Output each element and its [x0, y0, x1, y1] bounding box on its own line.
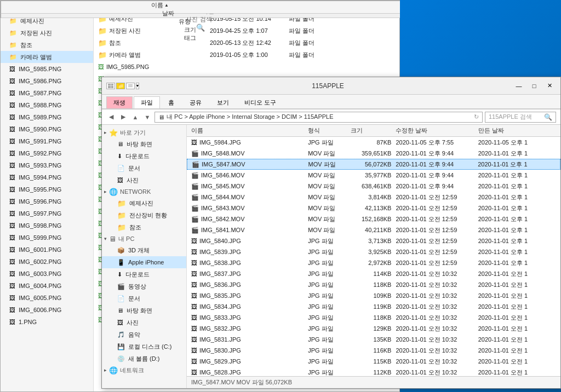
list-icon[interactable]	[126, 83, 135, 89]
bg-sidebar-png-item[interactable]: 🖼IMG_5999.PNG	[1, 232, 93, 244]
table-row[interactable]: 🎬IMG_5846.MOV MOV 파일 35,977KB 2020-11-01…	[187, 170, 560, 181]
sidebar-item-music[interactable]: 🎵 음악	[102, 328, 186, 341]
col-type-header[interactable]: 형식	[306, 126, 348, 135]
bg-sidebar-item[interactable]: 📁카메라 앨범	[1, 51, 93, 63]
table-row[interactable]: 🖼IMG_5835.JPG JPG 파일 109KB 2020-11-01 오전…	[187, 290, 560, 301]
sidebar-item-desktop[interactable]: 🖥 바탕 화면	[102, 138, 186, 150]
col-name-header[interactable]: 이름	[189, 126, 306, 135]
back-button[interactable]: ◀	[106, 112, 116, 122]
sidebar-item-desktop2[interactable]: 🖥 바탕 화면	[102, 304, 186, 316]
bg-sidebar-png-item[interactable]: 🖼IMG_6001.PNG	[1, 244, 93, 256]
bg-sidebar-png-item[interactable]: 🖼IMG_5989.PNG	[1, 111, 93, 123]
sidebar-item-downloads[interactable]: ⬇ 다운로드	[102, 268, 186, 280]
table-row[interactable]: 🖼IMG_5839.JPG JPG 파일 3,925KB 2020-11-01 …	[187, 246, 560, 257]
col-cdate-header[interactable]: 만든 날짜	[476, 126, 558, 135]
table-row[interactable]: 🖼IMG_5984.JPG JPG 파일 87KB 2020-11-05 오후 …	[187, 137, 560, 148]
bg-col-name-header[interactable]: 이름 ▲	[151, 1, 250, 9]
tab-play[interactable]: 재생	[106, 96, 133, 108]
folder-btn-icon[interactable]: 📁	[116, 83, 125, 89]
sidebar-item-picture[interactable]: 🖼 사진	[102, 174, 186, 186]
sidebar-item-equipment[interactable]: 📁 전산장비 현황	[102, 209, 186, 221]
bg-sidebar-png-item[interactable]: 🖼IMG_6006.PNG	[1, 304, 93, 316]
bg-sidebar-png-item[interactable]: 🖼IMG_5990.PNG	[1, 123, 93, 135]
bg-sidebar-png-item[interactable]: 🖼IMG_5995.PNG	[1, 183, 93, 195]
table-row[interactable]: 🖼IMG_5840.JPG JPG 파일 3,713KB 2020-11-01 …	[187, 235, 560, 246]
bg-sidebar-item[interactable]: 📁저장된 사진	[1, 27, 93, 39]
table-row[interactable]: 🖼IMG_5829.JPG JPG 파일 115KB 2020-11-01 오전…	[187, 356, 560, 367]
sidebar-item-localdisk[interactable]: 💾 로컬 디스크 (C:)	[102, 341, 186, 353]
tab-view[interactable]: 보기	[210, 96, 236, 108]
up-button[interactable]: ▲	[130, 112, 140, 122]
bg-sidebar-png-item[interactable]: 🖼IMG_5992.PNG	[1, 147, 93, 159]
bg-sidebar-png-item[interactable]: 🖼IMG_5985.PNG	[1, 63, 93, 75]
table-row[interactable]: 🎬IMG_5848.MOV MOV 파일 359,651KB 2020-11-0…	[187, 148, 560, 159]
sidebar-item-download[interactable]: ⬇ 다운로드	[102, 150, 186, 162]
sidebar-item-document[interactable]: 📄 문서	[102, 162, 186, 174]
bg-sidebar-png-item[interactable]: 🖼IMG_6003.PNG	[1, 268, 93, 280]
search-icon[interactable]: 🔍	[544, 113, 552, 121]
bg-sidebar-png-item[interactable]: 🖼IMG_5996.PNG	[1, 195, 93, 207]
table-row[interactable]: 🖼IMG_5831.JPG JPG 파일 135KB 2020-11-01 오전…	[187, 334, 560, 345]
recent-button[interactable]: ▼	[142, 112, 152, 122]
bg-col-tag-header[interactable]: 태그	[184, 34, 217, 42]
sidebar-network-header[interactable]: ▸ 🌐 NETWORK	[102, 186, 186, 197]
sidebar-item-video[interactable]: 🎬 동영상	[102, 280, 186, 292]
minimize-button[interactable]: —	[512, 79, 525, 93]
sidebar-item-newvolume[interactable]: 💿 새 볼륨 (D:)	[102, 353, 186, 365]
table-row[interactable]: 🖼IMG_5830.JPG JPG 파일 116KB 2020-11-01 오전…	[187, 345, 560, 356]
view-icon1[interactable]	[106, 83, 115, 89]
bg-sidebar-png-item[interactable]: 🖼IMG_5998.PNG	[1, 220, 93, 232]
bg-col-type-header[interactable]: 유형	[179, 18, 222, 26]
table-row[interactable]: 🖼IMG_5836.JPG JPG 파일 118KB 2020-11-01 오전…	[187, 279, 560, 290]
tab-share[interactable]: 공유	[182, 96, 209, 108]
table-row[interactable]: 🎬IMG_5843.MOV MOV 파일 42,113KB 2020-11-01…	[187, 203, 560, 214]
col-size-header[interactable]: 크기	[348, 126, 394, 135]
dropdown-icon[interactable]: ▼	[136, 83, 139, 89]
sidebar-network-group-header[interactable]: ▸ 🌐 네트워크	[102, 365, 186, 376]
bg-file-row[interactable]: 📁 카메라 앨범 2019-01-05 오후 1:00 파일 폴더	[94, 49, 399, 61]
table-row[interactable]: 🖼IMG_5837.JPG JPG 파일 114KB 2020-11-01 오전…	[187, 268, 560, 279]
bg-sidebar-item[interactable]: 📁참조	[1, 39, 93, 51]
col-mdate-header[interactable]: 수정한 날짜	[393, 126, 476, 135]
table-row[interactable]: 🎬IMG_5844.MOV MOV 파일 3,814KB 2020-11-01 …	[187, 192, 560, 203]
table-row[interactable]: 🖼IMG_5834.JPG JPG 파일 119KB 2020-11-01 오전…	[187, 301, 560, 312]
bg-sidebar-png-item[interactable]: 🖼IMG_5991.PNG	[1, 135, 93, 147]
bg-file-row[interactable]: 📁 저장된 사진 2019-04-25 오후 1:07 파일 폴더	[94, 25, 399, 37]
close-button[interactable]: ✕	[543, 79, 556, 93]
table-row[interactable]: 🎬IMG_5842.MOV MOV 파일 152,168KB 2020-11-0…	[187, 214, 560, 224]
bg-col-date-header[interactable]: 날짜	[162, 9, 239, 18]
table-row[interactable]: 🎬IMG_5841.MOV MOV 파일 40,211KB 2020-11-01…	[187, 224, 560, 235]
sidebar-item-3d[interactable]: 📦 3D 개체	[102, 244, 186, 256]
bg-sidebar-png-item[interactable]: 🖼IMG_5987.PNG	[1, 87, 93, 99]
bg-sidebar-png-item[interactable]: 🖼IMG_6002.PNG	[1, 256, 93, 268]
sidebar-item-examplephotos[interactable]: 📁 예제사진	[102, 197, 186, 209]
tab-file[interactable]: 파일	[134, 96, 160, 108]
table-row[interactable]: 🖼IMG_5833.JPG JPG 파일 118KB 2020-11-01 오전…	[187, 312, 560, 323]
table-row[interactable]: 🖼IMG_5832.JPG JPG 파일 129KB 2020-11-01 오전…	[187, 323, 560, 334]
tab-home[interactable]: 홈	[161, 96, 181, 108]
bg-sidebar-png-item[interactable]: 🖼1.PNG	[1, 316, 93, 328]
refresh-icon[interactable]: ↻	[474, 113, 479, 120]
bg-sidebar-png-item[interactable]: 🖼IMG_5988.PNG	[1, 99, 93, 111]
tab-video-tools[interactable]: 비디오 도구	[237, 96, 283, 108]
sidebar-item-apple-iphone[interactable]: 📱 Apple iPhone	[102, 256, 186, 268]
table-row[interactable]: 🎬IMG_5847.MOV MOV 파일 56,072KB 2020-11-01…	[187, 159, 560, 170]
sidebar-mypc-header[interactable]: ▾ 🖥 내 PC	[102, 233, 186, 244]
forward-button[interactable]: ▶	[118, 112, 128, 122]
sidebar-item-pics[interactable]: 🖼 사진	[102, 316, 186, 328]
sidebar-item-ref[interactable]: 📁 참조	[102, 221, 186, 233]
sidebar-quick-access-header[interactable]: ▸ ⭐ 바로 가기	[102, 127, 186, 138]
table-row[interactable]: 🎬IMG_5845.MOV MOV 파일 638,461KB 2020-11-0…	[187, 181, 560, 192]
bg-sidebar-png-item[interactable]: 🖼IMG_6005.PNG	[1, 292, 93, 304]
bg-sidebar-png-item[interactable]: 🖼IMG_5997.PNG	[1, 207, 93, 220]
table-row[interactable]: 🖼IMG_5838.JPG JPG 파일 2,972KB 2020-11-01 …	[187, 257, 560, 268]
address-path[interactable]: 🖥 내 PC > Apple iPhone > Internal Storage…	[154, 112, 483, 123]
table-row[interactable]: 🖼IMG_5828.JPG JPG 파일 112KB 2020-11-01 오전…	[187, 367, 560, 376]
sidebar-item-docs[interactable]: 📄 문서	[102, 292, 186, 304]
bg-sidebar-png-item[interactable]: 🖼IMG_6004.PNG	[1, 280, 93, 292]
bg-col-size-header[interactable]: 크기	[184, 26, 217, 34]
bg-file-row[interactable]: 📁 참조 2020-05-13 오전 12:42 파일 폴더	[94, 37, 399, 49]
bg-sidebar-png-item[interactable]: 🖼IMG_5994.PNG	[1, 171, 93, 183]
bg-file-row[interactable]: 🖼 IMG_5985.PNG	[94, 61, 399, 73]
bg-sidebar-png-item[interactable]: 🖼IMG_5986.PNG	[1, 75, 93, 87]
